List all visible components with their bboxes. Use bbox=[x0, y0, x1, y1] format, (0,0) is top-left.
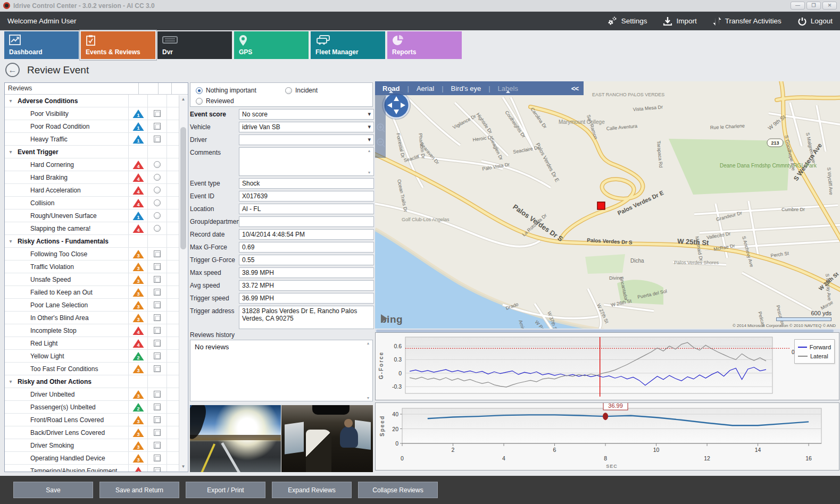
item-radio[interactable] bbox=[154, 161, 161, 168]
item-checkbox[interactable] bbox=[154, 263, 161, 270]
event-score-field[interactable]: No score bbox=[239, 109, 374, 120]
tree-section-adverse-conditions[interactable]: ▾Adverse Conditions bbox=[5, 95, 179, 107]
event-location-marker[interactable] bbox=[597, 202, 605, 209]
tab-reports[interactable]: Reports bbox=[387, 31, 462, 59]
back-arrow-icon: ← bbox=[9, 65, 17, 74]
severity-triangle-icon: 1 bbox=[132, 134, 145, 145]
bing-map[interactable]: EAST RANCHO PALOS VERDESMarymount Colleg… bbox=[375, 81, 840, 329]
item-checkbox[interactable] bbox=[154, 365, 161, 372]
expand-reviews-button[interactable]: Expand Reviews bbox=[272, 482, 352, 498]
item-checkbox[interactable] bbox=[154, 301, 161, 308]
item-radio[interactable] bbox=[154, 174, 161, 181]
scroll-up-icon[interactable]: ▲ bbox=[179, 95, 187, 104]
map-canvas[interactable]: EAST RANCHO PALOS VERDESMarymount Colleg… bbox=[375, 81, 840, 329]
tree-section-event-trigger[interactable]: ▾Event Trigger bbox=[5, 146, 179, 158]
item-checkbox[interactable] bbox=[154, 352, 161, 359]
collapse-arrow-icon[interactable]: ▾ bbox=[5, 238, 16, 244]
svg-text:SEC: SEC bbox=[606, 464, 618, 469]
save-and-return-button[interactable]: Save and Return bbox=[99, 482, 179, 498]
svg-text:4: 4 bbox=[137, 342, 139, 348]
events-icon bbox=[86, 35, 96, 48]
svg-text:4: 4 bbox=[137, 177, 139, 182]
map-collapse-button[interactable]: << bbox=[566, 85, 584, 93]
transfer-activities-button[interactable]: Transfer Activities bbox=[713, 16, 781, 26]
save-button[interactable]: Save bbox=[13, 482, 93, 498]
status-radio-reviewed[interactable]: Reviewed bbox=[196, 97, 234, 105]
collapse-arrow-icon[interactable]: ▾ bbox=[5, 379, 16, 384]
item-radio[interactable] bbox=[154, 187, 161, 194]
item-checkbox[interactable] bbox=[154, 327, 161, 334]
map-view-aerial[interactable]: Aerial bbox=[409, 85, 442, 93]
camera-cabin-image[interactable] bbox=[281, 405, 373, 472]
item-radio[interactable] bbox=[154, 199, 161, 206]
status-radio-incident[interactable]: Incident bbox=[285, 87, 318, 94]
item-checkbox[interactable] bbox=[154, 404, 161, 410]
map-view-labels[interactable]: Labels bbox=[490, 85, 526, 93]
highway-badge: 213 bbox=[767, 139, 783, 147]
svg-text:0.6: 0.6 bbox=[394, 343, 402, 349]
scroll-thumb[interactable] bbox=[180, 127, 186, 249]
tab-dashboard[interactable]: Dashboard bbox=[4, 31, 79, 59]
scroll-down-icon[interactable]: ▼ bbox=[365, 396, 371, 400]
item-checkbox[interactable] bbox=[154, 250, 161, 257]
svg-text:3: 3 bbox=[137, 457, 139, 463]
tree-section-risky-and-other-actions[interactable]: ▾Risky and Other Actions bbox=[5, 375, 179, 388]
form-row-record-date: Record date10/4/2014 4:48:54 PM bbox=[190, 229, 374, 240]
svg-text:1: 1 bbox=[137, 113, 139, 118]
trigger-g-force-field: 0.55 bbox=[239, 255, 374, 265]
bing-logo-icon bbox=[380, 314, 388, 324]
item-checkbox[interactable] bbox=[154, 391, 161, 398]
tab-gps[interactable]: GPS bbox=[234, 31, 309, 59]
item-checkbox[interactable] bbox=[154, 289, 161, 296]
map-view-road[interactable]: Road bbox=[375, 85, 407, 93]
back-button[interactable]: ← bbox=[5, 63, 20, 77]
item-checkbox[interactable] bbox=[154, 110, 161, 117]
import-button[interactable]: Import bbox=[663, 16, 696, 26]
tab-dvr[interactable]: Dvr bbox=[157, 31, 232, 59]
close-button[interactable]: ✕ bbox=[822, 2, 837, 10]
item-checkbox[interactable] bbox=[154, 442, 161, 449]
map-view-bird-s-eye[interactable]: Bird's eye bbox=[444, 85, 489, 93]
minimize-button[interactable]: — bbox=[791, 2, 805, 10]
scroll-up-icon[interactable]: ▲ bbox=[365, 341, 371, 345]
item-checkbox[interactable] bbox=[154, 314, 161, 321]
import-icon bbox=[663, 16, 672, 26]
item-checkbox[interactable] bbox=[154, 276, 161, 283]
svg-text:3: 3 bbox=[137, 444, 139, 450]
item-checkbox[interactable] bbox=[154, 340, 161, 347]
driver-field[interactable] bbox=[239, 135, 374, 145]
export-print-button[interactable]: Export / Print bbox=[186, 482, 265, 498]
collapse-arrow-icon[interactable]: ▾ bbox=[5, 98, 16, 104]
maximize-button[interactable]: ❐ bbox=[806, 2, 821, 10]
reviews-history-box[interactable]: No reviews ▲▼ bbox=[190, 340, 373, 401]
tree-section-risky-actions-fundamentals[interactable]: ▾Risky Actions - Fundamentals bbox=[5, 235, 179, 248]
camera-front-image[interactable] bbox=[190, 405, 281, 472]
trigger-address-field[interactable]: 31828 Palos Verdes Dr E, Rancho Palos Ve… bbox=[239, 306, 374, 329]
scroll-down-icon[interactable]: ▼ bbox=[179, 463, 187, 471]
tree-item-poor-road-condition: Poor Road Condition1 bbox=[5, 120, 179, 133]
settings-button[interactable]: Settings bbox=[606, 16, 647, 27]
vehicle-field[interactable]: idrive Van SB bbox=[239, 122, 374, 132]
map-compass-control[interactable] bbox=[382, 91, 411, 120]
comments-field[interactable]: ▲▼ bbox=[239, 147, 374, 176]
item-checkbox[interactable] bbox=[154, 136, 161, 142]
item-checkbox[interactable] bbox=[154, 416, 161, 423]
status-radio-nothing-important[interactable]: Nothing important bbox=[196, 87, 256, 94]
item-checkbox[interactable] bbox=[154, 467, 161, 472]
tab-fleet-manager[interactable]: Fleet Manager bbox=[311, 31, 385, 59]
item-checkbox[interactable] bbox=[154, 123, 161, 130]
collapse-reviews-button[interactable]: Collapse Reviews bbox=[358, 482, 438, 498]
item-checkbox[interactable] bbox=[154, 429, 161, 436]
max-speed-field: 38.99 MPH bbox=[239, 267, 374, 278]
logout-button[interactable]: Logout bbox=[797, 16, 833, 26]
svg-text:1: 1 bbox=[137, 215, 139, 220]
svg-text:0: 0 bbox=[398, 370, 402, 376]
item-checkbox[interactable] bbox=[154, 455, 161, 461]
collapse-arrow-icon[interactable]: ▾ bbox=[5, 149, 16, 155]
item-radio[interactable] bbox=[154, 225, 161, 232]
fleet-icon bbox=[315, 35, 331, 47]
map-view-toolbar: Road|Aerial|Bird's eye|Labels<< bbox=[375, 81, 584, 95]
reviews-scrollbar[interactable]: ▲ ▼ bbox=[179, 95, 187, 471]
item-radio[interactable] bbox=[154, 212, 161, 219]
tab-events-reviews[interactable]: Events & Reviews bbox=[81, 31, 155, 59]
